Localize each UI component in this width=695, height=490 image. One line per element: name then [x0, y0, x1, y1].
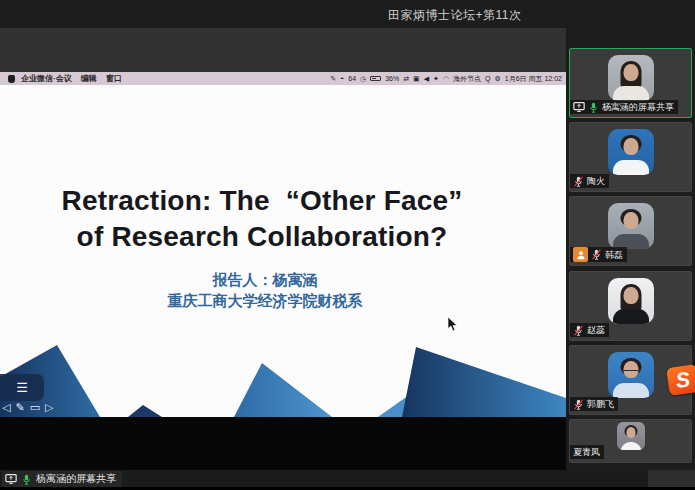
participant-name: 韩磊 [605, 248, 623, 262]
participant-tile[interactable]: 韩磊 [569, 196, 692, 266]
app-icon[interactable]: ◓ [340, 75, 344, 82]
presentation-slide: Retraction: The “Other Face” of Research… [0, 85, 566, 417]
display-icon[interactable]: ▣ [413, 75, 420, 82]
screen-tool-icon[interactable]: ▭ [30, 401, 40, 414]
meeting-title: 田家炳博士论坛+第11次 [388, 7, 521, 24]
avatar [608, 55, 654, 101]
slide-subtitle: 报告人：杨寓涵 重庆工商大学经济学院财税系 [0, 269, 566, 311]
avatar [608, 278, 654, 324]
share-status-label: 杨寓涵的屏幕共享 [36, 472, 116, 486]
next-slide-icon[interactable]: ▷ [45, 401, 53, 414]
participant-tile[interactable]: 赵蕊 [569, 271, 692, 341]
notification-count[interactable]: 64 [348, 75, 356, 82]
mouse-cursor [447, 317, 458, 332]
participant-label: 韩磊 [570, 247, 627, 262]
menubar-status-tray: ✎ ◓ 64 ◷ 36% ⇄ ▣ ◀ ✦ ◠ 海外节点 Q ⚙ 1月6日 周五 … [330, 74, 562, 84]
avatar [608, 203, 654, 249]
slide-title-line1: Retraction: The “Other Face” [0, 183, 524, 219]
menu-window[interactable]: 窗口 [106, 73, 122, 84]
meeting-bottombar: 杨寓涵的屏幕共享 [0, 470, 695, 490]
shared-screen-area: 企业微信·会议 编辑 窗口 ✎ ◓ 64 ◷ 36% ⇄ ▣ ◀ ✦ ◠ 海外节… [0, 28, 566, 470]
shared-screen-letterbox [0, 417, 566, 470]
participant-tile[interactable]: 夏青凤 [569, 419, 692, 463]
host-badge [573, 247, 588, 262]
mic-muted-icon [573, 399, 584, 410]
presenter-notes-button[interactable]: ☰ [0, 374, 44, 401]
participant-name: 郭鹏飞 [587, 397, 614, 411]
slide-title: Retraction: The “Other Face” of Research… [0, 183, 566, 255]
screen-share-status[interactable]: 杨寓涵的屏幕共享 [2, 471, 122, 487]
participant-name: 赵蕊 [587, 323, 605, 337]
participant-label: 郭鹏飞 [570, 397, 618, 411]
meeting-window: 田家炳博士论坛+第11次 企业微信·会议 编辑 窗口 ✎ ◓ 64 ◷ 36% … [0, 0, 695, 490]
pen-tool-icon[interactable]: ✎ [15, 401, 24, 414]
battery-percent: 36% [385, 75, 399, 82]
battery-icon[interactable] [370, 76, 381, 81]
menu-edit[interactable]: 编辑 [81, 73, 97, 84]
participant-label: 赵蕊 [570, 323, 609, 337]
mic-muted-icon [573, 325, 584, 336]
avatar [608, 352, 654, 398]
participant-name: 夏青凤 [573, 445, 600, 459]
clock-icon[interactable]: ◷ [360, 75, 366, 82]
avatar [617, 422, 645, 450]
menubar-datetime[interactable]: 1月6日 周五 12:02 [505, 74, 562, 84]
network-region-label[interactable]: 海外节点 [453, 74, 481, 84]
participant-tile[interactable]: 杨寓涵的屏幕共享 [569, 48, 692, 118]
mic-muted-icon [591, 249, 602, 260]
avatar [608, 129, 654, 175]
bluetooth-icon[interactable]: ✦ [433, 75, 439, 82]
presenter-nav-toolbar: ◁ ✎ ▭ ▷ [2, 401, 54, 414]
mac-menubar: 企业微信·会议 编辑 窗口 ✎ ◓ 64 ◷ 36% ⇄ ▣ ◀ ✦ ◠ 海外节… [0, 72, 566, 85]
sync-icon[interactable]: ⇄ [403, 75, 409, 82]
sogou-input-badge[interactable]: S [666, 364, 695, 396]
sogou-letter: S [674, 367, 691, 393]
slide-affiliation-line: 重庆工商大学经济学院财税系 [0, 290, 530, 311]
mic-muted-icon [573, 176, 584, 187]
volume-icon[interactable]: ◀ [424, 75, 429, 82]
search-icon[interactable]: Q [485, 75, 490, 82]
list-icon: ☰ [16, 380, 28, 395]
participant-tile[interactable]: 陶火 [569, 122, 692, 192]
slide-decoration-shapes [0, 327, 566, 417]
participants-sidebar: 杨寓涵的屏幕共享 陶火 韩磊 [566, 28, 695, 470]
participant-label: 夏青凤 [570, 445, 604, 459]
prev-slide-icon[interactable]: ◁ [2, 401, 10, 414]
participant-name: 陶火 [587, 174, 605, 188]
menu-app[interactable]: 企业微信·会议 [21, 73, 72, 84]
mic-on-icon [588, 102, 599, 113]
screen-share-icon [573, 101, 585, 113]
meeting-topbar: 田家炳博士论坛+第11次 [0, 0, 695, 28]
pen-icon[interactable]: ✎ [330, 75, 336, 82]
participant-label: 杨寓涵的屏幕共享 [570, 100, 678, 114]
slide-presenter-line: 报告人：杨寓涵 [0, 269, 530, 290]
participant-name: 杨寓涵的屏幕共享 [602, 100, 674, 114]
control-center-icon[interactable]: ⚙ [495, 75, 501, 82]
person-icon [576, 250, 586, 260]
slide-title-line2: of Research Collaboration? [0, 219, 524, 255]
apple-logo-icon[interactable] [8, 75, 15, 83]
screen-share-icon [5, 473, 17, 485]
participant-label: 陶火 [570, 174, 609, 188]
mic-on-icon [21, 474, 32, 485]
bottombar-corner-panel [648, 470, 695, 487]
wifi-icon[interactable]: ◠ [443, 75, 449, 82]
